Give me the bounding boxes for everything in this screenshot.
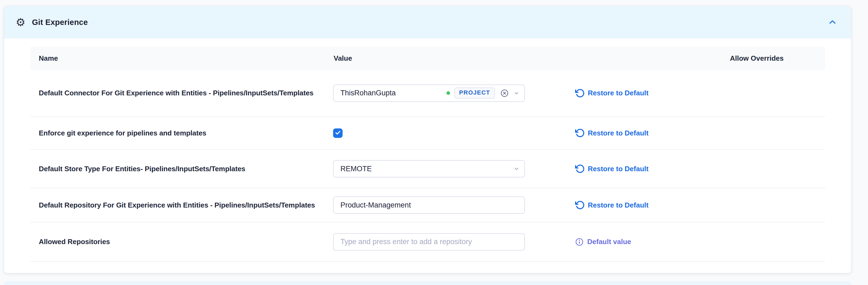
action-label: Restore to Default [588, 129, 649, 137]
settings-table: Name Value Allow Overrides Default Conne… [30, 46, 825, 262]
action-label: Restore to Default [588, 89, 649, 97]
git-experience-section-card: ⚙ Git Experience Name Value Allow Overri… [4, 6, 851, 273]
default-repository-input[interactable]: Product-Management [333, 197, 525, 214]
table-row: Enforce git experience for pipelines and… [30, 117, 825, 150]
setting-name: Allowed Repositories [30, 238, 333, 246]
setting-name: Default Store Type For Entities- Pipelin… [30, 165, 333, 173]
input-placeholder: Type and press enter to add a repository [340, 238, 472, 246]
column-header-name: Name [30, 54, 333, 63]
setting-name: Default Repository For Git Experience wi… [30, 201, 333, 209]
setting-action-cell: Restore to Default [575, 128, 727, 138]
restore-icon [575, 200, 585, 210]
allowed-repositories-input[interactable]: Type and press enter to add a repository [333, 233, 525, 251]
setting-value-cell: ThisRohanGuptaPROJECT [333, 84, 575, 102]
next-section-card-edge[interactable] [4, 281, 851, 285]
column-header-allow-overrides: Allow Overrides [727, 54, 825, 63]
restore-to-default-button[interactable]: Restore to Default [575, 200, 649, 210]
table-body: Default Connector For Git Experience wit… [30, 70, 825, 262]
restore-to-default-button[interactable]: Restore to Default [575, 88, 649, 98]
collapse-section-button[interactable] [826, 16, 839, 29]
action-label: Restore to Default [588, 165, 649, 173]
setting-value-cell: Product-Management [333, 197, 575, 214]
chevron-down-icon[interactable] [513, 90, 520, 97]
section-header[interactable]: ⚙ Git Experience [4, 6, 851, 38]
info-icon [575, 237, 584, 247]
setting-action-cell: Restore to Default [575, 200, 727, 210]
setting-name: Enforce git experience for pipelines and… [30, 129, 333, 137]
setting-action-cell: Default value [575, 237, 727, 247]
action-label: Restore to Default [588, 201, 649, 209]
default-value-indicator[interactable]: Default value [575, 237, 631, 247]
restore-to-default-button[interactable]: Restore to Default [575, 128, 649, 138]
restore-icon [575, 128, 585, 138]
table-row: Default Connector For Git Experience wit… [30, 70, 825, 117]
gear-icon: ⚙ [16, 17, 26, 28]
table-row: Default Store Type For Entities- Pipelin… [30, 150, 825, 188]
setting-value-cell: REMOTE [333, 160, 575, 177]
setting-action-cell: Restore to Default [575, 164, 727, 174]
table-header-row: Name Value Allow Overrides [30, 46, 825, 70]
chevron-up-icon [828, 17, 837, 27]
restore-icon [575, 88, 585, 98]
scope-badge: PROJECT [454, 87, 495, 98]
chevron-down-icon[interactable] [513, 165, 520, 172]
action-label: Default value [587, 238, 631, 246]
column-header-value: Value [333, 54, 575, 63]
setting-name: Default Connector For Git Experience wit… [30, 89, 333, 97]
input-value: Product-Management [340, 201, 411, 209]
connectivity-status-dot [446, 91, 450, 95]
setting-action-cell: Restore to Default [575, 88, 727, 98]
table-row: Default Repository For Git Experience wi… [30, 188, 825, 222]
check-icon [335, 130, 341, 137]
section-title: Git Experience [32, 18, 88, 27]
enforce-git-experience-checkbox[interactable] [333, 129, 343, 138]
input-value: REMOTE [340, 165, 372, 173]
setting-value-cell [333, 129, 575, 138]
restore-to-default-button[interactable]: Restore to Default [575, 164, 649, 174]
setting-value-cell: Type and press enter to add a repository [333, 233, 575, 251]
default-connector-select[interactable]: ThisRohanGuptaPROJECT [333, 84, 525, 102]
input-value: ThisRohanGupta [340, 89, 396, 97]
restore-icon [575, 164, 585, 174]
default-store-type-select[interactable]: REMOTE [333, 160, 525, 177]
table-row: Allowed Repositories Type and press ente… [30, 222, 825, 262]
clear-circle-icon[interactable] [500, 88, 509, 98]
